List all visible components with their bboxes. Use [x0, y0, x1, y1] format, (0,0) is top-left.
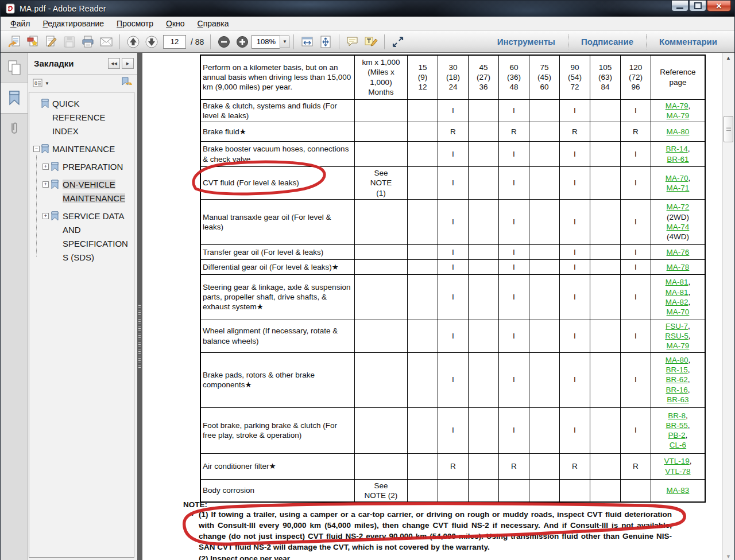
restore-button[interactable] [689, 1, 706, 11]
fit-page-button[interactable] [318, 34, 334, 50]
reference-link[interactable]: MA-71 [667, 184, 690, 192]
scroll-down-button[interactable]: ▼ [722, 554, 734, 559]
chevron-down-icon: ▼ [45, 81, 49, 86]
reference-link[interactable]: MA-80 [667, 127, 690, 136]
reference-link[interactable]: MA-82 [666, 298, 688, 306]
collapse-panel-button[interactable]: ◀◀ [108, 58, 120, 69]
reference-link[interactable]: MA-83 [667, 486, 690, 495]
reference-link[interactable]: MA-72 [667, 203, 690, 211]
reference-link[interactable]: VTL-19 [664, 457, 689, 465]
comma: , [688, 375, 690, 384]
bookmark-item[interactable]: +SERVICE DATA AND SPECIFICATIONS (SDS) [33, 209, 131, 265]
expand-panel-button[interactable]: ▶ [122, 58, 134, 69]
zoom-level-input[interactable] [252, 35, 280, 49]
bookmark-label[interactable]: QUICK REFERENCE INDEX [52, 99, 106, 136]
triangle-down-icon: ▼ [726, 554, 731, 559]
reference-link[interactable]: MA-79 [667, 341, 690, 350]
bookmark-options-button[interactable]: 8 ▼ [33, 79, 49, 88]
reference-link[interactable]: MA-79 [667, 111, 690, 120]
bookmark-item[interactable]: +PREPARATION [33, 160, 131, 174]
bookmark-item[interactable]: +ON-VEHICLE MAINTENANCE [33, 178, 131, 205]
comma: , [688, 102, 690, 110]
fullscreen-button[interactable] [390, 34, 406, 50]
reference-link[interactable]: RSU-5 [665, 332, 688, 340]
vertical-scrollbar[interactable]: ▲ ▼ [722, 53, 734, 560]
menu-item[interactable]: Просмотр [110, 18, 160, 29]
zoom-in-button[interactable] [234, 34, 250, 50]
highlight-text-button[interactable] [363, 34, 379, 50]
menu-item[interactable]: Редактирование [36, 18, 110, 29]
menu-item[interactable]: Файл [4, 18, 36, 29]
reference-link[interactable]: BR-62 [666, 375, 687, 384]
page-thumbnails-button[interactable] [1, 53, 28, 83]
minimize-button[interactable] [671, 1, 688, 11]
mark-cell [529, 352, 559, 407]
reference-link[interactable]: MA-81 [666, 288, 688, 297]
bookmarks-panel-header: Закладки ◀◀ ▶ [28, 53, 137, 75]
expand-node-icon[interactable]: + [42, 213, 49, 219]
reference-link[interactable]: BR-55 [666, 421, 687, 430]
page-number-input[interactable] [163, 35, 186, 49]
bookmark-item[interactable]: QUICK REFERENCE INDEX [33, 97, 131, 138]
menu-item[interactable]: Окно [160, 18, 191, 29]
collapse-node-icon[interactable]: − [33, 146, 40, 152]
mark-cell [407, 122, 438, 142]
next-page-button[interactable] [144, 34, 160, 50]
reference-link[interactable]: MA-79 [666, 102, 688, 110]
comment-button[interactable] [345, 34, 361, 50]
reference-link[interactable]: MA-76 [667, 248, 690, 256]
open-file-button[interactable] [6, 34, 22, 50]
bookmarks-panel: Закладки ◀◀ ▶ 8 ▼ [28, 53, 137, 560]
sign-document-button[interactable] [43, 34, 59, 50]
mark-cell [468, 274, 498, 320]
reference-link[interactable]: MA-74 [667, 223, 690, 231]
reference-link[interactable]: MA-81 [666, 278, 688, 286]
bookmark-label[interactable]: SERVICE DATA AND SPECIFICATIONS (SDS) [63, 211, 128, 262]
scrollbar-thumb[interactable] [724, 116, 733, 142]
attachments-button[interactable] [1, 114, 28, 143]
reference-link[interactable]: MA-70 [666, 174, 688, 182]
mark-cell [529, 142, 559, 167]
bookmark-label[interactable]: PREPARATION [63, 162, 123, 172]
close-button[interactable]: ✕ [707, 1, 731, 11]
expand-node-icon[interactable]: + [42, 181, 49, 188]
bookmark-label[interactable]: ON-VEHICLE MAINTENANCE [63, 180, 125, 203]
email-button[interactable] [98, 34, 114, 50]
reference-link[interactable]: BR-8 [668, 411, 686, 420]
reference-link[interactable]: FSU-7 [666, 322, 688, 330]
reference-link[interactable]: PB-2 [668, 431, 686, 440]
fit-width-button[interactable] [299, 34, 315, 50]
bookmark-arrow-icon [120, 77, 133, 87]
previous-page-button[interactable] [125, 34, 141, 50]
reference-link[interactable]: BR-15 [666, 365, 687, 374]
reference-link[interactable]: MA-78 [667, 263, 690, 271]
menu-item[interactable]: Справка [191, 18, 235, 29]
scroll-up-button[interactable]: ▲ [722, 55, 734, 61]
mark-cell: I [438, 142, 468, 167]
reference-link[interactable]: MA-70 [667, 308, 690, 316]
bookmark-item[interactable]: −MAINTENANCE [33, 142, 131, 156]
reference-link[interactable]: BR-14 [666, 145, 687, 153]
expand-node-icon[interactable]: + [42, 164, 49, 170]
bookmarks-tree: QUICK REFERENCE INDEX−MAINTENANCE+PREPAR… [29, 92, 134, 558]
print-button[interactable] [80, 34, 96, 50]
interval-note-cell [354, 320, 407, 352]
reference-link[interactable]: BR-63 [667, 395, 688, 404]
panel-button[interactable]: Подписание [568, 34, 646, 49]
zoom-dropdown-button[interactable]: ▼ [280, 36, 289, 48]
reference-link[interactable]: BR-16 [666, 386, 687, 394]
reference-link[interactable]: CL-6 [670, 441, 686, 449]
expand-current-bookmark-button[interactable] [120, 77, 133, 90]
reference-link[interactable]: BR-61 [667, 155, 688, 164]
zoom-out-button[interactable] [216, 34, 232, 50]
panel-button[interactable]: Комментарии [646, 34, 730, 49]
reference-link[interactable]: VTL-78 [665, 467, 690, 476]
panel-splitter[interactable] [137, 53, 142, 560]
panel-button[interactable]: Инструменты [485, 34, 568, 49]
create-pdf-button[interactable] [25, 34, 41, 50]
bookmark-label[interactable]: MAINTENANCE [52, 144, 115, 154]
interval-note-cell [354, 199, 407, 244]
bookmarks-panel-button[interactable] [1, 83, 28, 114]
save-button[interactable] [61, 34, 78, 50]
reference-link[interactable]: MA-80 [666, 356, 688, 364]
